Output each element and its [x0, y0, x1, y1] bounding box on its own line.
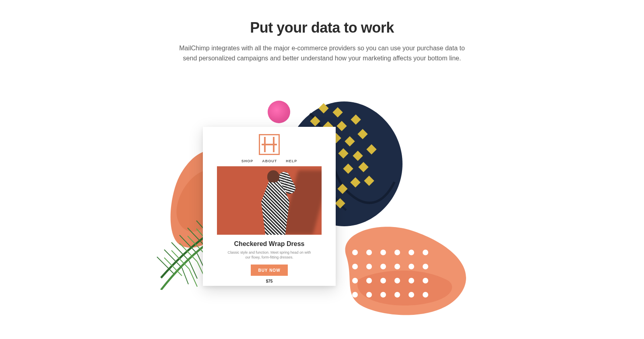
email-preview-card: SHOP ABOUT HELP Checkered Wrap Dress Cla… — [203, 127, 336, 286]
nav-about[interactable]: ABOUT — [262, 159, 277, 163]
hero-illustration: SHOP ABOUT HELP Checkered Wrap Dress Cla… — [193, 93, 451, 318]
nav-help[interactable]: HELP — [286, 159, 297, 163]
dot-pattern — [338, 250, 443, 306]
nav-shop[interactable]: SHOP — [242, 159, 254, 163]
subhead: MailChimp integrates with all the major … — [177, 43, 467, 64]
pink-circle-decoration — [268, 101, 290, 123]
product-price: $75 — [209, 279, 329, 283]
buy-now-button[interactable]: BUY NOW — [251, 265, 288, 276]
page: Put your data to work MailChimp integrat… — [0, 0, 644, 339]
brand-logo-icon — [259, 134, 280, 155]
product-description: Classic style and function. Meet spring … — [227, 250, 312, 260]
card-nav: SHOP ABOUT HELP — [209, 159, 329, 163]
product-title: Checkered Wrap Dress — [209, 240, 329, 248]
header-block: Put your data to work MailChimp integrat… — [177, 19, 467, 64]
product-image — [217, 166, 322, 235]
headline: Put your data to work — [177, 19, 467, 36]
